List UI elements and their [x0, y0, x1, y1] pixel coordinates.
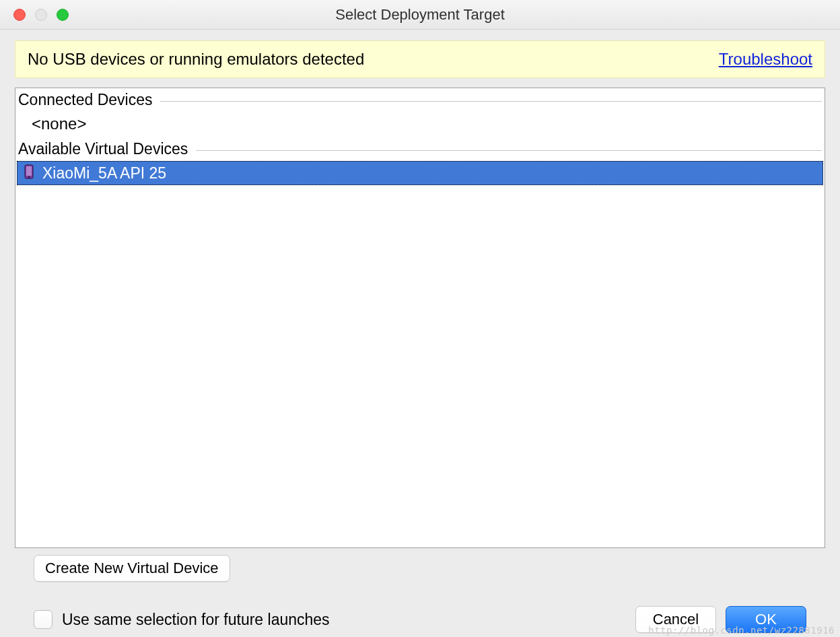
svg-point-2	[28, 176, 30, 177]
minimize-window-icon[interactable]	[35, 9, 47, 21]
avd-item-name: XiaoMi_5A API 25	[42, 164, 166, 182]
dialog-content: No USB devices or running emulators dete…	[0, 30, 840, 633]
below-panel: Create New Virtual Device	[15, 548, 825, 582]
avd-label: Available Virtual Devices	[18, 140, 188, 158]
avd-header: Available Virtual Devices	[15, 137, 825, 160]
troubleshoot-link[interactable]: Troubleshoot	[719, 50, 812, 69]
notice-message: No USB devices or running emulators dete…	[28, 50, 364, 69]
notice-banner: No USB devices or running emulators dete…	[15, 40, 825, 78]
virtual-device-icon	[24, 164, 34, 183]
window-controls	[0, 9, 69, 21]
connected-devices-label: Connected Devices	[18, 91, 152, 109]
svg-rect-1	[26, 166, 32, 176]
device-panel: Connected Devices <none> Available Virtu…	[15, 88, 825, 548]
future-launches-label: Use same selection for future launches	[62, 611, 330, 629]
connected-devices-none: <none>	[15, 110, 825, 137]
watermark-text: http://blog.csdn.net/wz22881916	[648, 625, 835, 636]
divider	[160, 101, 822, 102]
titlebar: Select Deployment Target	[0, 0, 840, 30]
avd-item-selected[interactable]: XiaoMi_5A API 25	[17, 161, 823, 185]
maximize-window-icon[interactable]	[57, 9, 69, 21]
future-launches-checkbox[interactable]	[34, 610, 53, 629]
window-title: Select Deployment Target	[0, 6, 840, 24]
divider	[196, 150, 822, 151]
create-new-virtual-device-button[interactable]: Create New Virtual Device	[34, 555, 230, 582]
connected-devices-header: Connected Devices	[15, 88, 825, 110]
close-window-icon[interactable]	[13, 9, 26, 21]
